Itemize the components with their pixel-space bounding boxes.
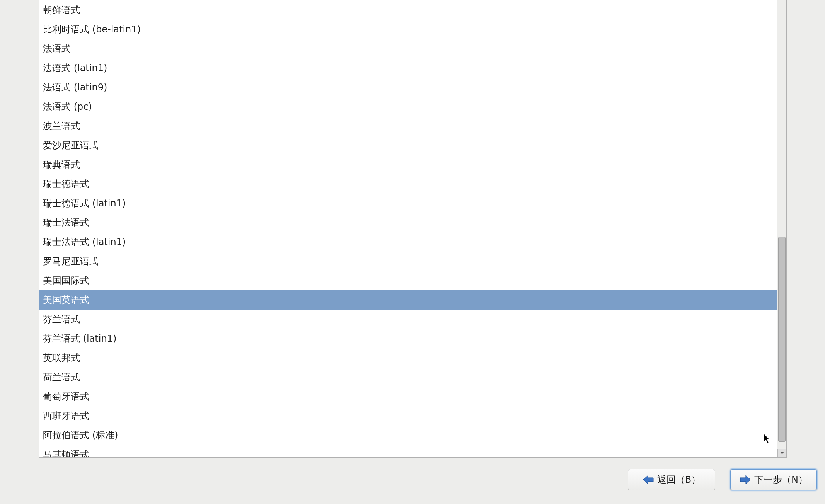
- list-item[interactable]: 葡萄牙语式: [39, 387, 777, 406]
- list-item[interactable]: 美国国际式: [39, 271, 777, 290]
- list-item[interactable]: 英联邦式: [39, 348, 777, 368]
- list-item[interactable]: 芬兰语式 (latin1): [39, 329, 777, 348]
- list-item[interactable]: 瑞典语式: [39, 155, 777, 174]
- list-item[interactable]: 瑞士德语式: [39, 174, 777, 194]
- scrollbar-track[interactable]: [777, 0, 786, 449]
- list-item[interactable]: 法语式 (pc): [39, 97, 777, 116]
- back-button-label: 返回（B）: [657, 473, 701, 486]
- scrollbar-down-arrow-icon[interactable]: [777, 449, 786, 457]
- wizard-button-row: 返回（B） 下一步（N）: [628, 469, 817, 490]
- list-item[interactable]: 朝鲜语式: [39, 0, 777, 20]
- next-button[interactable]: 下一步（N）: [730, 469, 817, 490]
- list-item[interactable]: 马其顿语式: [39, 445, 777, 457]
- list-item[interactable]: 波兰语式: [39, 116, 777, 136]
- keyboard-layout-list[interactable]: 朝鲜语式比利时语式 (be-latin1)法语式法语式 (latin1)法语式 …: [39, 0, 777, 457]
- arrow-left-icon: [643, 475, 654, 485]
- list-item[interactable]: 法语式 (latin9): [39, 78, 777, 97]
- list-item[interactable]: 法语式: [39, 39, 777, 58]
- arrow-right-icon: [740, 475, 751, 485]
- list-item[interactable]: 比利时语式 (be-latin1): [39, 20, 777, 39]
- list-item[interactable]: 芬兰语式: [39, 310, 777, 329]
- list-item[interactable]: 瑞士法语式: [39, 213, 777, 232]
- list-item[interactable]: 瑞士法语式 (latin1): [39, 232, 777, 252]
- list-item[interactable]: 阿拉伯语式 (标准): [39, 426, 777, 445]
- list-item[interactable]: 荷兰语式: [39, 368, 777, 387]
- back-button[interactable]: 返回（B）: [628, 469, 715, 490]
- scrollbar-thumb[interactable]: [778, 237, 786, 442]
- keyboard-layout-list-frame: 朝鲜语式比利时语式 (be-latin1)法语式法语式 (latin1)法语式 …: [39, 0, 787, 458]
- next-button-label: 下一步（N）: [754, 473, 808, 486]
- keyboard-layout-panel: 朝鲜语式比利时语式 (be-latin1)法语式法语式 (latin1)法语式 …: [39, 0, 787, 458]
- list-item[interactable]: 法语式 (latin1): [39, 58, 777, 78]
- vertical-scrollbar[interactable]: [777, 0, 786, 457]
- list-item[interactable]: 西班牙语式: [39, 406, 777, 426]
- list-item[interactable]: 罗马尼亚语式: [39, 252, 777, 271]
- list-item[interactable]: 爱沙尼亚语式: [39, 136, 777, 155]
- list-item[interactable]: 美国英语式: [39, 290, 777, 310]
- list-item[interactable]: 瑞士德语式 (latin1): [39, 194, 777, 213]
